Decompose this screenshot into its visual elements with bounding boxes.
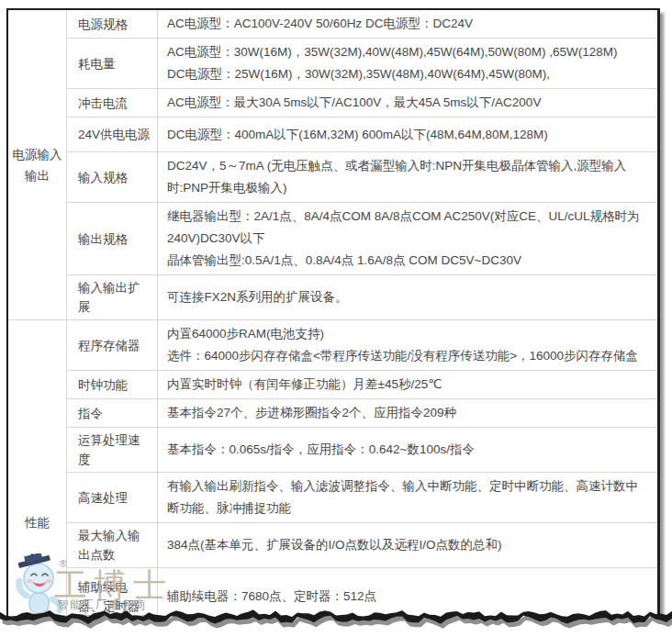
spec-category-cell: 性能 — [8, 320, 67, 637]
spec-label-cell: 输入输出扩展 — [67, 275, 158, 320]
spec-value-cell: AC电源型：30W(16M)，35W(32M),40W(48M),45W(64M… — [158, 39, 658, 89]
spec-value-line: 内置实时时钟（有闰年修正功能）月差±45秒/25℃ — [167, 374, 650, 396]
table-row: 时钟功能内置实时时钟（有闰年修正功能）月差±45秒/25℃ — [8, 371, 657, 399]
spec-label-cell: 程序存储器 — [67, 320, 158, 371]
spec-value-cell: AC电源型：AC100V-240V 50/60Hz DC电源型：DC24V — [158, 10, 658, 39]
spec-value-cell: 内置64000步RAM(电池支持)选件：64000步闪存存储盒<带程序传送功能/… — [158, 320, 658, 371]
spec-value-line: AC电源型：30W(16M)，35W(32M),40W(48M),45W(64M… — [167, 41, 650, 63]
spec-value-cell: 内置实时时钟（有闰年修正功能）月差±45秒/25℃ — [158, 371, 658, 399]
spec-table: 电源输入输出电源规格AC电源型：AC100V-240V 50/60Hz DC电源… — [8, 10, 657, 637]
spec-value-cell: DC电源型：400mA以下(16M,32M) 600mA以下(48M,64M,8… — [158, 117, 658, 152]
spec-value-line: DC电源型：25W(16M)，30W(32M),35W(48M),40W(64M… — [167, 63, 650, 85]
spec-value-line: AC电源型：AC100V-240V 50/60Hz DC电源型：DC24V — [167, 13, 650, 35]
spec-value-line: DC电源型：400mA以下(16M,32M) 600mA以下(48M,64M,8… — [167, 124, 650, 146]
spec-value-cell: 384点(基本单元、扩展设备的I/O点数以及远程I/O点数的总和) — [158, 523, 658, 568]
table-row: 性能程序存储器内置64000步RAM(电池支持)选件：64000步闪存存储盒<带… — [8, 320, 657, 371]
spec-value-line: 选件：64000步闪存存储盒<带程序传送功能/没有程序传送功能>，16000步闪… — [167, 345, 650, 367]
spec-label-cell: 24V供电电源 — [67, 117, 158, 152]
spec-value-line: 基本指令27个、步进梯形圈指令2个、应用指令209种 — [167, 402, 650, 424]
spec-value-line: 内置64000步RAM(电池支持) — [167, 323, 650, 345]
spec-value-cell: 可连接FX2N系列用的扩展设备。 — [158, 275, 658, 320]
spec-value-line: 可连接FX2N系列用的扩展设备。 — [167, 286, 650, 308]
table-row: 高速处理有输入输出刷新指令、输入滤波调整指令、输入中断功能、定时中断功能、高速计… — [8, 473, 657, 523]
spec-label-cell: 耗电量 — [67, 39, 158, 89]
spec-value-line: 384点(基本单元、扩展设备的I/O点数以及远程I/O点数的总和) — [167, 534, 650, 556]
torn-edge-decoration — [0, 602, 672, 637]
spec-value-cell: 基本指令：0.065s/指令，应用指令：0.642~数100s/指令 — [158, 428, 658, 473]
spec-value-cell: 有输入输出刷新指令、输入滤波调整指令、输入中断功能、定时中断功能、高速计数中断功… — [158, 473, 658, 523]
spec-value-line: 有输入输出刷新指令、输入滤波调整指令、输入中断功能、定时中断功能、高速计数中断功… — [167, 475, 650, 520]
spec-sheet-page: 电源输入输出电源规格AC电源型：AC100V-240V 50/60Hz DC电源… — [6, 8, 660, 617]
spec-label-cell: 运算处理速度 — [67, 428, 158, 473]
spec-value-line: 晶体管输出型:0.5A/1点、0.8A/4点 1.6A/8点 COM DC5V~… — [167, 250, 650, 272]
table-row: 指令基本指令27个、步进梯形圈指令2个、应用指令209种 — [8, 399, 657, 428]
table-row: 冲击电流AC电源型：最大30A 5ms以下/AC100V，最大45A 5ms以下… — [8, 89, 657, 117]
table-row: 耗电量AC电源型：30W(16M)，35W(32M),40W(48M),45W(… — [8, 39, 657, 89]
spec-label-cell: 指令 — [67, 399, 158, 428]
table-row: 电源输入输出电源规格AC电源型：AC100V-240V 50/60Hz DC电源… — [8, 10, 657, 39]
spec-category-cell: 电源输入输出 — [8, 10, 67, 320]
spec-label-cell: 冲击电流 — [67, 89, 158, 117]
spec-value-line: DC24V，5～7mA (无电压触点、或者漏型输入时:NPN开集电极晶体管输入,… — [167, 155, 650, 199]
spec-label-cell: 输出规格 — [67, 203, 158, 275]
spec-value-line: AC电源型：最大30A 5ms以下/AC100V，最大45A 5ms以下/AC2… — [167, 92, 650, 114]
table-row: 最大输入输出点数384点(基本单元、扩展设备的I/O点数以及远程I/O点数的总和… — [8, 523, 657, 568]
spec-value-line: 继电器输出型：2A/1点、8A/4点COM 8A/8点COM AC250V(对应… — [167, 206, 650, 250]
spec-value-cell: AC电源型：最大30A 5ms以下/AC100V，最大45A 5ms以下/AC2… — [158, 89, 658, 117]
spec-value-cell: 基本指令27个、步进梯形圈指令2个、应用指令209种 — [158, 399, 658, 428]
spec-value-cell: DC24V，5～7mA (无电压触点、或者漏型输入时:NPN开集电极晶体管输入,… — [158, 152, 658, 203]
spec-label-cell: 高速处理 — [67, 473, 158, 523]
spec-label-cell: 最大输入输出点数 — [67, 523, 158, 568]
spec-label-cell: 输入规格 — [67, 152, 158, 203]
spec-value-line: 基本指令：0.065s/指令，应用指令：0.642~数100s/指令 — [167, 439, 650, 461]
spec-label-cell: 电源规格 — [67, 10, 158, 39]
table-row: 输出规格继电器输出型：2A/1点、8A/4点COM 8A/8点COM AC250… — [8, 203, 657, 275]
spec-value-cell: 继电器输出型：2A/1点、8A/4点COM 8A/8点COM AC250V(对应… — [158, 203, 658, 275]
table-row: 运算处理速度基本指令：0.065s/指令，应用指令：0.642~数100s/指令 — [8, 428, 657, 473]
table-row: 24V供电电源DC电源型：400mA以下(16M,32M) 600mA以下(48… — [8, 117, 657, 152]
table-row: 输入规格DC24V，5～7mA (无电压触点、或者漏型输入时:NPN开集电极晶体… — [8, 152, 657, 203]
spec-label-cell: 时钟功能 — [67, 371, 158, 399]
table-row: 输入输出扩展可连接FX2N系列用的扩展设备。 — [8, 275, 657, 320]
